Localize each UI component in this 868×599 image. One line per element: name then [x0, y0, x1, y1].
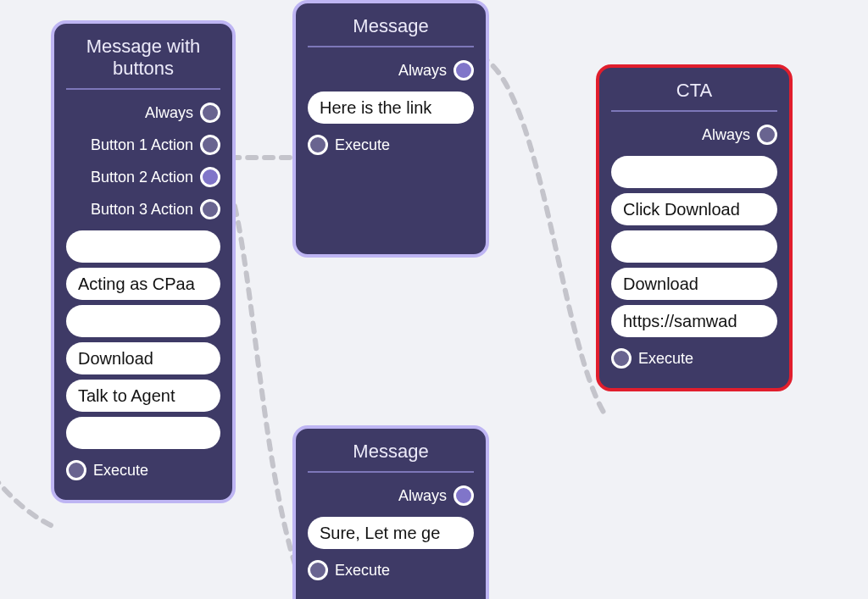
port-row-always: Always	[611, 119, 777, 151]
port-label-always: Always	[392, 487, 453, 505]
input-port-execute[interactable]	[611, 348, 632, 369]
port-label-execute: Execute	[328, 136, 397, 154]
field-pill[interactable]: Here is the link	[308, 92, 474, 124]
output-port-always[interactable]	[200, 103, 220, 123]
node-cta[interactable]: CTA Always Click Download Download https…	[596, 64, 793, 391]
field-pill[interactable]	[66, 417, 220, 449]
output-port-button2[interactable]	[200, 167, 220, 187]
flow-canvas[interactable]: Message with buttons Always Button 1 Act…	[0, 0, 868, 599]
port-row-always: Always	[308, 480, 474, 512]
output-port-always[interactable]	[453, 60, 474, 80]
port-row-always: Always	[308, 54, 474, 86]
field-pill[interactable]	[611, 156, 777, 188]
field-pill[interactable]: Download	[611, 268, 777, 300]
field-pill[interactable]: Talk to Agent	[66, 380, 220, 412]
node-title: CTA	[611, 76, 777, 112]
port-label-execute: Execute	[328, 562, 397, 580]
port-row-button3: Button 3 Action	[66, 193, 220, 225]
port-label-always: Always	[695, 126, 757, 144]
output-port-always[interactable]	[453, 485, 474, 506]
output-port-always[interactable]	[757, 125, 777, 145]
port-row-execute: Execute	[611, 342, 777, 374]
port-label-button3: Button 3 Action	[84, 201, 200, 219]
edge-n2-always-n4-execute	[480, 56, 604, 413]
port-label-always: Always	[392, 62, 453, 80]
port-row-button2: Button 2 Action	[66, 161, 220, 193]
field-pill[interactable]: Download	[66, 342, 220, 374]
port-row-button1: Button 1 Action	[66, 129, 220, 161]
port-label-execute: Execute	[632, 350, 700, 368]
node-message-top[interactable]: Message Always Here is the link Execute	[292, 0, 489, 258]
node-title: Message	[308, 12, 474, 47]
node-message-with-buttons[interactable]: Message with buttons Always Button 1 Act…	[51, 20, 236, 503]
port-label-button2: Button 2 Action	[84, 169, 200, 186]
field-pill[interactable]	[66, 305, 220, 337]
field-pill[interactable]	[611, 230, 777, 263]
port-label-always: Always	[138, 104, 200, 122]
port-row-execute: Execute	[308, 129, 474, 161]
port-label-button1: Button 1 Action	[84, 136, 200, 154]
output-port-button1[interactable]	[200, 135, 220, 155]
edge-offscreen-left	[0, 466, 51, 525]
port-label-execute: Execute	[86, 462, 155, 480]
node-title: Message	[308, 437, 474, 473]
field-pill[interactable]: https://samwad	[611, 305, 777, 337]
field-pill[interactable]	[66, 230, 220, 263]
field-pill[interactable]: Click Download	[611, 193, 777, 225]
input-port-execute[interactable]	[66, 460, 86, 480]
field-pill[interactable]: Acting as CPaa	[66, 268, 220, 300]
port-row-execute: Execute	[308, 554, 474, 586]
input-port-execute[interactable]	[308, 560, 328, 580]
output-port-button3[interactable]	[200, 199, 220, 219]
node-message-bottom[interactable]: Message Always Sure, Let me ge Execute	[292, 425, 489, 599]
port-row-always: Always	[66, 97, 220, 129]
port-row-execute: Execute	[66, 454, 220, 486]
input-port-execute[interactable]	[308, 135, 328, 155]
node-title: Message with buttons	[66, 32, 220, 90]
field-pill[interactable]: Sure, Let me ge	[308, 517, 474, 549]
